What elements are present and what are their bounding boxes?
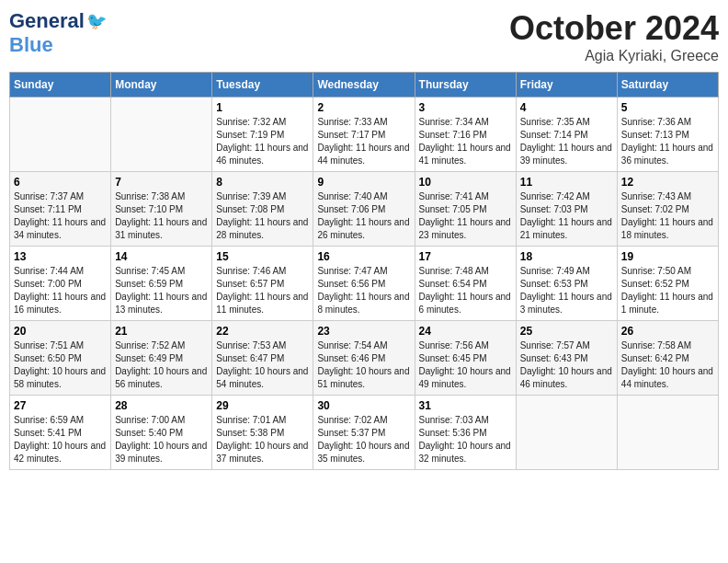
calendar-cell: 16Sunrise: 7:47 AM Sunset: 6:56 PM Dayli… [313,247,415,321]
day-number: 15 [216,250,309,263]
calendar-cell: 18Sunrise: 7:49 AM Sunset: 6:53 PM Dayli… [516,247,617,321]
logo-blue: Blue [9,33,53,57]
calendar-cell: 30Sunrise: 7:02 AM Sunset: 5:37 PM Dayli… [313,396,415,470]
calendar-cell: 4Sunrise: 7:35 AM Sunset: 7:14 PM Daylig… [516,98,617,172]
day-info: Sunrise: 7:46 AM Sunset: 6:57 PM Dayligh… [216,265,309,316]
day-number: 19 [621,250,714,263]
day-number: 1 [216,101,309,114]
calendar-cell: 25Sunrise: 7:57 AM Sunset: 6:43 PM Dayli… [516,321,617,396]
day-info: Sunrise: 7:41 AM Sunset: 7:05 PM Dayligh… [419,190,512,242]
day-number: 3 [419,101,512,114]
day-number: 17 [419,250,512,263]
calendar-cell: 19Sunrise: 7:50 AM Sunset: 6:52 PM Dayli… [617,247,718,321]
day-info: Sunrise: 7:44 AM Sunset: 7:00 PM Dayligh… [14,265,107,316]
calendar-cell: 26Sunrise: 7:58 AM Sunset: 6:42 PM Dayli… [617,321,718,396]
week-row-1: 1Sunrise: 7:32 AM Sunset: 7:19 PM Daylig… [10,98,719,172]
day-info: Sunrise: 7:56 AM Sunset: 6:45 PM Dayligh… [419,339,512,391]
day-info: Sunrise: 7:53 AM Sunset: 6:47 PM Dayligh… [216,339,309,391]
col-header-wednesday: Wednesday [313,73,415,98]
day-info: Sunrise: 7:35 AM Sunset: 7:14 PM Dayligh… [520,116,613,167]
day-info: Sunrise: 7:52 AM Sunset: 6:49 PM Dayligh… [115,339,208,391]
day-number: 12 [621,176,714,189]
day-info: Sunrise: 7:00 AM Sunset: 5:40 PM Dayligh… [115,414,208,465]
calendar-cell: 15Sunrise: 7:46 AM Sunset: 6:57 PM Dayli… [212,247,313,321]
day-number: 10 [419,176,512,189]
calendar-cell: 28Sunrise: 7:00 AM Sunset: 5:40 PM Dayli… [111,396,212,470]
day-info: Sunrise: 7:47 AM Sunset: 6:56 PM Dayligh… [317,265,410,316]
calendar-cell: 17Sunrise: 7:48 AM Sunset: 6:54 PM Dayli… [415,247,516,321]
day-info: Sunrise: 6:59 AM Sunset: 5:41 PM Dayligh… [14,414,107,465]
calendar-cell: 12Sunrise: 7:43 AM Sunset: 7:02 PM Dayli… [617,172,718,247]
location: Agia Kyriaki, Greece [509,48,719,64]
week-row-5: 27Sunrise: 6:59 AM Sunset: 5:41 PM Dayli… [10,396,719,470]
calendar-cell: 31Sunrise: 7:03 AM Sunset: 5:36 PM Dayli… [415,396,516,470]
calendar-cell [516,396,617,470]
week-row-4: 20Sunrise: 7:51 AM Sunset: 6:50 PM Dayli… [10,321,719,396]
calendar-header-row: SundayMondayTuesdayWednesdayThursdayFrid… [10,73,719,98]
calendar-cell: 21Sunrise: 7:52 AM Sunset: 6:49 PM Dayli… [111,321,212,396]
day-number: 29 [216,399,309,412]
col-header-tuesday: Tuesday [212,73,313,98]
day-number: 4 [520,101,613,114]
month-title: October 2024 [509,9,719,48]
calendar-cell: 27Sunrise: 6:59 AM Sunset: 5:41 PM Dayli… [10,396,111,470]
day-info: Sunrise: 7:32 AM Sunset: 7:19 PM Dayligh… [216,116,309,167]
page-header: General 🐦 Blue October 2024 Agia Kyriaki… [9,9,719,64]
calendar-cell: 10Sunrise: 7:41 AM Sunset: 7:05 PM Dayli… [415,172,516,247]
col-header-saturday: Saturday [617,73,718,98]
calendar-cell: 22Sunrise: 7:53 AM Sunset: 6:47 PM Dayli… [212,321,313,396]
day-number: 6 [14,176,107,189]
logo: General 🐦 Blue [9,9,107,57]
day-info: Sunrise: 7:57 AM Sunset: 6:43 PM Dayligh… [520,339,613,391]
day-info: Sunrise: 7:39 AM Sunset: 7:08 PM Dayligh… [216,190,309,242]
col-header-sunday: Sunday [10,73,111,98]
calendar-cell: 24Sunrise: 7:56 AM Sunset: 6:45 PM Dayli… [415,321,516,396]
day-info: Sunrise: 7:45 AM Sunset: 6:59 PM Dayligh… [115,265,208,316]
day-info: Sunrise: 7:34 AM Sunset: 7:16 PM Dayligh… [419,116,512,167]
title-block: October 2024 Agia Kyriaki, Greece [509,9,719,64]
calendar-cell: 9Sunrise: 7:40 AM Sunset: 7:06 PM Daylig… [313,172,415,247]
calendar-cell: 8Sunrise: 7:39 AM Sunset: 7:08 PM Daylig… [212,172,313,247]
day-number: 8 [216,176,309,189]
calendar-cell [111,98,212,172]
day-number: 14 [115,250,208,263]
col-header-friday: Friday [516,73,617,98]
day-number: 24 [419,325,512,338]
col-header-thursday: Thursday [415,73,516,98]
day-number: 27 [14,399,107,412]
calendar-cell: 23Sunrise: 7:54 AM Sunset: 6:46 PM Dayli… [313,321,415,396]
calendar-cell [617,396,718,470]
day-info: Sunrise: 7:03 AM Sunset: 5:36 PM Dayligh… [419,414,512,465]
day-number: 2 [317,101,410,114]
calendar-table: SundayMondayTuesdayWednesdayThursdayFrid… [9,72,719,470]
day-info: Sunrise: 7:37 AM Sunset: 7:11 PM Dayligh… [14,190,107,242]
day-info: Sunrise: 7:42 AM Sunset: 7:03 PM Dayligh… [520,190,613,242]
week-row-3: 13Sunrise: 7:44 AM Sunset: 7:00 PM Dayli… [10,247,719,321]
calendar-cell: 5Sunrise: 7:36 AM Sunset: 7:13 PM Daylig… [617,98,718,172]
day-number: 18 [520,250,613,263]
day-info: Sunrise: 7:36 AM Sunset: 7:13 PM Dayligh… [621,116,714,167]
day-number: 23 [317,325,410,338]
day-info: Sunrise: 7:38 AM Sunset: 7:10 PM Dayligh… [115,190,208,242]
day-number: 20 [14,325,107,338]
day-number: 7 [115,176,208,189]
day-number: 5 [621,101,714,114]
day-number: 30 [317,399,410,412]
day-info: Sunrise: 7:40 AM Sunset: 7:06 PM Dayligh… [317,190,410,242]
day-info: Sunrise: 7:48 AM Sunset: 6:54 PM Dayligh… [419,265,512,316]
day-info: Sunrise: 7:49 AM Sunset: 6:53 PM Dayligh… [520,265,613,316]
day-number: 13 [14,250,107,263]
week-row-2: 6Sunrise: 7:37 AM Sunset: 7:11 PM Daylig… [10,172,719,247]
day-info: Sunrise: 7:01 AM Sunset: 5:38 PM Dayligh… [216,414,309,465]
calendar-cell: 6Sunrise: 7:37 AM Sunset: 7:11 PM Daylig… [10,172,111,247]
day-number: 26 [621,325,714,338]
calendar-cell: 13Sunrise: 7:44 AM Sunset: 7:00 PM Dayli… [10,247,111,321]
day-number: 22 [216,325,309,338]
day-number: 11 [520,176,613,189]
day-info: Sunrise: 7:02 AM Sunset: 5:37 PM Dayligh… [317,414,410,465]
day-info: Sunrise: 7:33 AM Sunset: 7:17 PM Dayligh… [317,116,410,167]
day-number: 25 [520,325,613,338]
day-number: 9 [317,176,410,189]
day-number: 31 [419,399,512,412]
calendar-cell: 20Sunrise: 7:51 AM Sunset: 6:50 PM Dayli… [10,321,111,396]
